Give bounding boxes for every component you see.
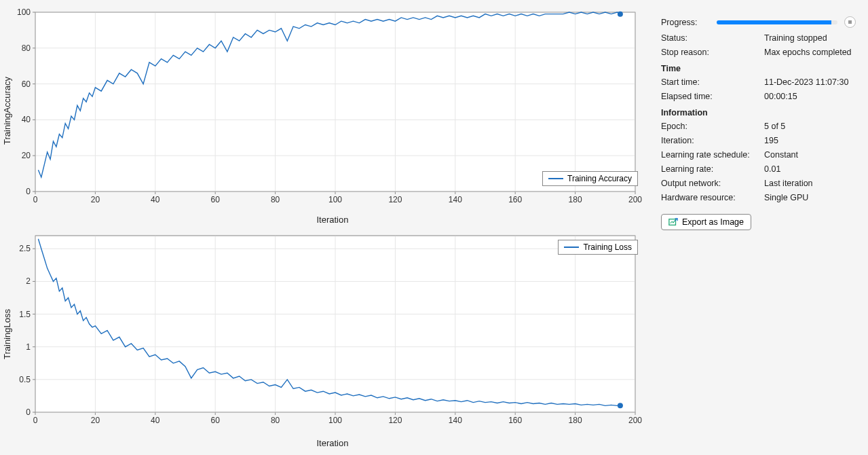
accuracy-legend: Training Accuracy [542,171,638,186]
status-value: Training stopped [764,33,856,43]
svg-text:160: 160 [508,416,522,425]
svg-text:2.5: 2.5 [19,244,31,253]
export-label: Export as Image [682,217,744,227]
svg-point-107 [618,403,623,408]
svg-text:2: 2 [26,276,31,286]
side-panel: Progress: Status:Training stopped Stop r… [652,0,868,455]
svg-text:140: 140 [449,416,462,425]
accuracy-chart: TrainingAccuracy 02040608010012014016018… [0,5,652,216]
status-label: Status: [661,33,764,43]
svg-text:200: 200 [628,195,642,204]
svg-text:40: 40 [22,115,31,124]
svg-text:0.5: 0.5 [19,375,31,384]
svg-text:0: 0 [33,416,38,425]
svg-text:60: 60 [22,79,31,89]
svg-text:80: 80 [271,195,280,204]
epoch-value: 5 of 5 [764,122,856,131]
info-title: Information [661,108,856,117]
svg-text:100: 100 [328,416,342,425]
svg-text:40: 40 [151,416,160,425]
elapsed-value: 00:00:15 [764,92,856,101]
svg-text:1.5: 1.5 [19,310,31,319]
svg-text:100: 100 [328,195,342,204]
svg-text:140: 140 [449,195,462,204]
svg-text:80: 80 [22,43,31,53]
legend-label: Training Accuracy [567,174,632,183]
lr-sched-label: Learning rate schedule: [661,150,764,160]
svg-text:180: 180 [569,195,582,204]
svg-text:0: 0 [26,187,31,196]
legend-label: Training Loss [583,242,632,252]
stop-reason-label: Stop reason: [661,48,764,57]
svg-text:20: 20 [91,195,100,204]
svg-text:0: 0 [33,195,38,204]
svg-text:120: 120 [388,195,402,204]
svg-text:60: 60 [211,195,221,204]
progress-bar [717,20,837,24]
accuracy-ylabel: TrainingAccuracy [0,5,14,216]
lr-sched-value: Constant [764,150,856,160]
loss-plot: 02040608010012014016018020000.511.522.5 [14,229,645,430]
svg-text:100: 100 [17,7,31,17]
svg-text:180: 180 [569,416,582,425]
output-net-value: Last iteration [764,179,856,188]
loss-chart: TrainingLoss 020406080100120140160180200… [0,229,652,439]
start-time-label: Start time: [661,77,764,87]
start-time-value: 11-Dec-2023 11:07:30 [764,77,856,87]
loss-legend: Training Loss [558,240,638,255]
charts-panel: TrainingAccuracy 02040608010012014016018… [0,0,652,455]
loss-ylabel: TrainingLoss [0,229,14,439]
progress-label: Progress: [661,18,710,27]
elapsed-label: Elapsed time: [661,92,764,101]
epoch-label: Epoch: [661,122,764,131]
time-title: Time [661,64,856,73]
svg-text:200: 200 [628,416,642,425]
lr-label: Learning rate: [661,164,764,174]
svg-text:20: 20 [22,151,31,160]
legend-swatch [548,178,563,179]
svg-text:1: 1 [26,342,31,352]
svg-point-53 [618,12,623,17]
export-icon [668,217,678,227]
legend-swatch [564,247,579,248]
stop-icon [848,20,852,24]
svg-text:20: 20 [91,416,100,425]
hw-label: Hardware resource: [661,193,764,202]
lr-value: 0.01 [764,164,856,174]
accuracy-xlabel: Iteration [14,215,652,225]
svg-text:60: 60 [211,416,221,425]
iteration-value: 195 [764,136,856,145]
svg-text:160: 160 [508,195,522,204]
progress-fill [717,20,831,24]
svg-text:0: 0 [26,407,31,417]
stop-reason-value: Max epochs completed [764,48,856,57]
iteration-label: Iteration: [661,136,764,145]
svg-text:80: 80 [271,416,280,425]
svg-text:40: 40 [151,195,160,204]
hw-value: Single GPU [764,193,856,202]
export-image-button[interactable]: Export as Image [661,214,751,230]
svg-text:120: 120 [388,416,402,425]
progress-row: Progress: [661,16,856,28]
stop-button[interactable] [844,16,856,28]
output-net-label: Output network: [661,179,764,188]
loss-xlabel: Iteration [14,438,652,448]
